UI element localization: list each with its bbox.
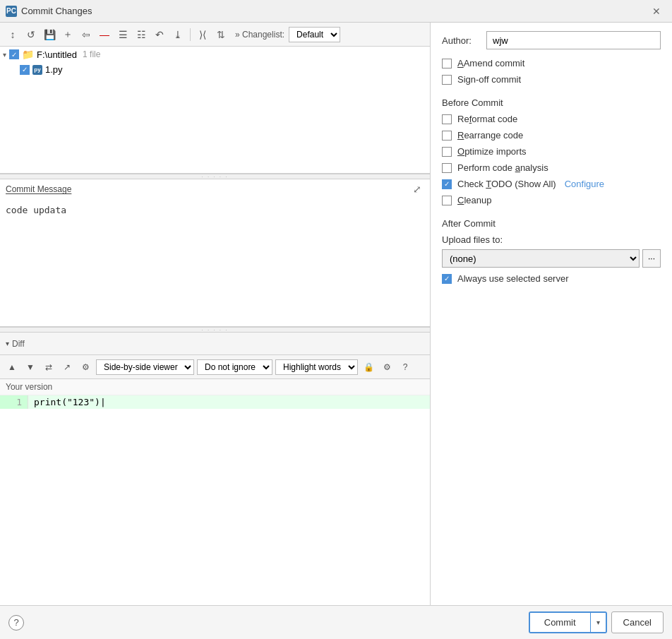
diff-title-text: Diff [12, 339, 25, 349]
cleanup-label: Cleanup [457, 195, 491, 205]
diff-section: ▾ Diff ▲ ▼ ⇄ ↗ ⚙ Side-by-side viewer Do … [0, 333, 430, 605]
diff-version-label: Your version [0, 379, 430, 395]
check-todo-label: Check TODO (Show All) [457, 179, 556, 189]
diff-gear-btn[interactable]: ⚙ [379, 359, 395, 375]
bottom-buttons: Commit ▾ Cancel [529, 611, 664, 633]
diff-jump-btn[interactable]: ↗ [59, 359, 75, 375]
root-badge: 1 file [83, 49, 100, 59]
toolbar-btn-group2[interactable]: ☷ [133, 26, 150, 43]
diff-sync-btn[interactable]: ⇄ [41, 359, 56, 375]
tree-root-item[interactable]: ▾ 📁 F:\untitled 1 file [0, 47, 430, 62]
changelist-select[interactable]: Default [289, 27, 340, 42]
commit-message-label: Commit Message [6, 184, 71, 194]
toolbar-btn-sort[interactable]: ⇅ [212, 26, 229, 43]
always-use-server-label: Always use selected server [457, 273, 569, 284]
file-name: 1.py [45, 64, 63, 75]
perform-code-analysis-checkbox[interactable] [442, 163, 452, 173]
always-use-server-checkbox[interactable] [442, 274, 452, 284]
python-file-icon: py [32, 65, 42, 75]
amend-commit-row: AAmend commit [442, 58, 661, 68]
diff-highlight-select[interactable]: Highlight words [275, 359, 358, 375]
toolbar-btn-refresh[interactable]: ↺ [23, 26, 40, 43]
diff-content: Your version 1 print("123")| [0, 379, 430, 605]
toolbar-btn-remove[interactable]: — [96, 26, 113, 43]
author-row: Author: [442, 31, 661, 49]
perform-code-analysis-label: Perform code analysis [457, 162, 548, 173]
upload-files-label: Upload files to: [442, 234, 661, 245]
diff-ignore-select[interactable]: Do not ignore [197, 359, 272, 375]
resize-handle-1[interactable]: · · · · · [0, 174, 430, 179]
rearrange-code-label: Rearrange code [457, 130, 523, 141]
amend-commit-checkbox[interactable] [442, 59, 452, 68]
reformat-code-checkbox[interactable] [442, 114, 452, 124]
diff-next-btn[interactable]: ▼ [23, 359, 38, 375]
rearrange-code-row: Rearrange code [442, 130, 661, 141]
commit-message-header: Commit Message ⤢ [0, 179, 430, 199]
reformat-code-label: Reformat code [457, 114, 517, 124]
diff-settings-btn[interactable]: ⚙ [78, 359, 93, 375]
app-icon: PC [6, 6, 17, 17]
upload-more-button[interactable]: ··· [642, 249, 661, 268]
toolbar-btn-filter[interactable]: ⟩⟨ [194, 26, 211, 43]
diff-viewer-select[interactable]: Side-by-side viewer [96, 359, 194, 375]
toolbar-btn-add[interactable]: ＋ [59, 26, 76, 43]
cleanup-checkbox[interactable] [442, 196, 452, 205]
sign-off-commit-checkbox[interactable] [442, 75, 452, 85]
reformat-code-row: Reformat code [442, 114, 661, 124]
commit-dropdown-button[interactable]: ▾ [590, 613, 606, 632]
commit-message-input[interactable]: code updata [0, 199, 430, 326]
diff-chevron-icon: ▾ [6, 340, 9, 347]
window-title: Commit Changes [21, 6, 92, 16]
diff-lock-btn[interactable]: 🔒 [361, 359, 376, 375]
commit-message-expand-button[interactable]: ⤢ [410, 182, 424, 196]
toolbar-btn-undo[interactable]: ↶ [151, 26, 168, 43]
before-commit-title: Before Commit [442, 97, 661, 108]
root-path: F:\untitled [37, 49, 77, 60]
check-todo-row: Check TODO (Show All) Configure [442, 179, 661, 189]
chevron-down-icon: ▾ [3, 51, 6, 59]
toolbar-btn-diff[interactable]: ⤓ [169, 26, 186, 43]
diff-header: ▾ Diff [0, 333, 430, 355]
toolbar-btn-group[interactable]: ☰ [114, 26, 131, 43]
toolbar: ↕ ↺ 💾 ＋ ⇦ — ☰ ☷ ↶ ⤓ ⟩⟨ ⇅ » Changelist: D… [0, 23, 430, 47]
sign-off-commit-row: Sign-off commit [442, 74, 661, 85]
sign-off-commit-label: Sign-off commit [457, 74, 521, 85]
title-bar: PC Commit Changes ✕ [0, 0, 672, 23]
author-input[interactable] [486, 31, 661, 49]
main-content: ↕ ↺ 💾 ＋ ⇦ — ☰ ☷ ↶ ⤓ ⟩⟨ ⇅ » Changelist: D… [0, 23, 672, 605]
file-tree: ▾ 📁 F:\untitled 1 file py 1.py [0, 47, 430, 174]
optimize-imports-label: Optimize imports [457, 146, 527, 157]
title-bar-left: PC Commit Changes [6, 6, 92, 17]
commit-button[interactable]: Commit [530, 613, 590, 632]
toolbar-btn-save[interactable]: 💾 [41, 26, 58, 43]
resize-handle-2[interactable]: · · · · · [0, 327, 430, 333]
configure-link[interactable]: Configure [565, 179, 604, 189]
always-use-server-row: Always use selected server [442, 273, 661, 284]
toolbar-btn-navigate[interactable]: ↕ [4, 26, 21, 43]
commit-button-wrap: Commit ▾ [529, 611, 607, 633]
diff-line-number: 1 [0, 395, 28, 409]
diff-prev-btn[interactable]: ▲ [4, 359, 20, 375]
cleanup-row: Cleanup [442, 195, 661, 205]
diff-help-btn[interactable]: ? [397, 359, 413, 375]
author-label: Author: [442, 35, 481, 46]
upload-select[interactable]: (none) [442, 249, 640, 268]
tree-file-item[interactable]: py 1.py [0, 62, 430, 77]
toolbar-sep [190, 28, 191, 41]
toolbar-btn-move[interactable]: ⇦ [78, 26, 95, 43]
close-button[interactable]: ✕ [647, 4, 666, 18]
rearrange-code-checkbox[interactable] [442, 131, 452, 141]
help-button[interactable]: ? [8, 615, 24, 631]
cancel-button[interactable]: Cancel [611, 611, 664, 633]
upload-row: (none) ··· [442, 249, 661, 268]
optimize-imports-checkbox[interactable] [442, 147, 452, 157]
root-checkbox[interactable] [9, 49, 19, 59]
check-todo-checkbox[interactable] [442, 179, 452, 189]
bottom-bar: ? Commit ▾ Cancel [0, 605, 672, 639]
diff-line-content: print("123")| [28, 395, 430, 409]
diff-title: ▾ Diff [6, 339, 25, 349]
right-panel: Author: AAmend commit Sign-off commit Be… [431, 23, 672, 605]
after-commit-title: After Commit [442, 218, 661, 229]
left-panel: ↕ ↺ 💾 ＋ ⇦ — ☰ ☷ ↶ ⤓ ⟩⟨ ⇅ » Changelist: D… [0, 23, 431, 605]
file-checkbox[interactable] [20, 65, 30, 75]
